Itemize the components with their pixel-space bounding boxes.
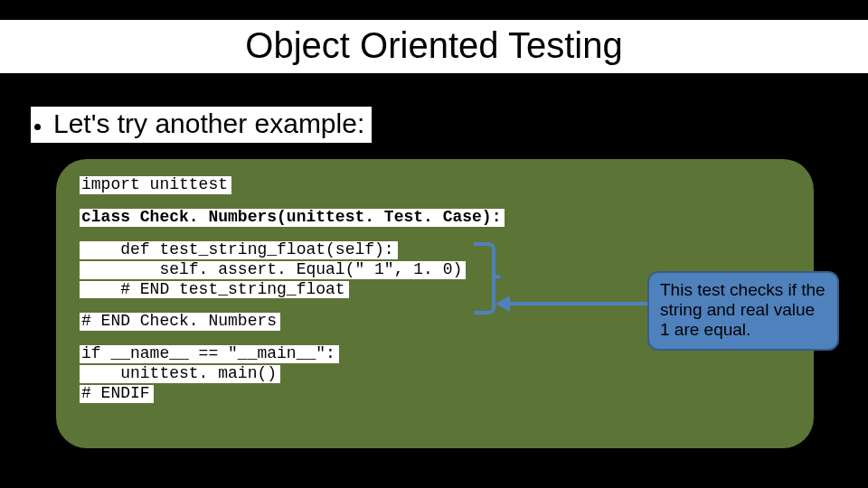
bullet-text: Let's try another example: <box>53 108 364 139</box>
bullet-item: Let's try another example: <box>31 107 372 143</box>
brace-icon <box>474 242 497 314</box>
arrow-left-icon <box>497 302 647 305</box>
page-title: Object Oriented Testing <box>0 20 868 73</box>
callout-box: This test checks if the string and real … <box>647 271 839 351</box>
code-line: self. assert. Equal(" 1", 1. 0) <box>80 261 466 279</box>
code-line: import unittest <box>80 176 231 194</box>
code-line: if __name__ == "__main__": <box>80 345 339 363</box>
code-line: # ENDIF <box>80 385 154 403</box>
code-line: unittest. main() <box>80 365 280 383</box>
slide: Object Oriented Testing Let's try anothe… <box>0 0 868 488</box>
code-line: # END test_string_float <box>80 281 349 299</box>
code-line: class Check. Numbers(unittest. Test. Cas… <box>80 209 505 227</box>
code-line: # END Check. Numbers <box>80 313 280 331</box>
code-line: def test_string_float(self): <box>80 241 398 259</box>
bullet-dot-icon <box>34 124 41 130</box>
